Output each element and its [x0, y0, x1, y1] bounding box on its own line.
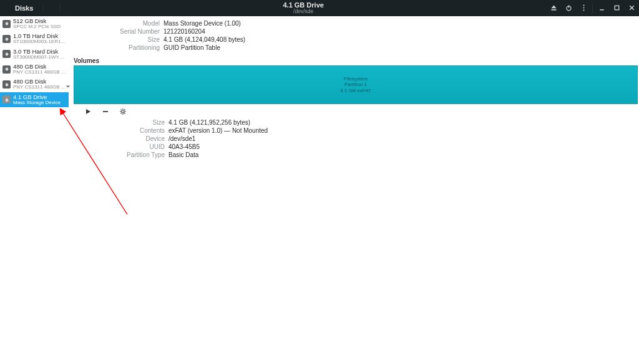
device-label: 4.1 GB Drive — [13, 94, 61, 100]
titlebar-center: 4.1 GB Drive /dev/sde — [61, 0, 546, 16]
partition-options-button[interactable] — [119, 108, 127, 117]
titlebar-left: Disks — [0, 0, 61, 16]
label-serial: Serial Number — [110, 28, 160, 35]
device-label: 512 GB Disk — [13, 18, 61, 24]
body: 512 GB DiskSPCC M.2 PCIe SSD 1.0 TB Hard… — [0, 16, 639, 364]
svg-point-14 — [5, 37, 8, 41]
device-sublabel: PNY CS1311 480GB SSD — [13, 85, 66, 90]
svg-point-13 — [5, 22, 8, 26]
label-partitioning: Partitioning — [110, 44, 160, 51]
value-part-size: 4.1 GB (4,121,952,256 bytes) — [168, 119, 638, 126]
value-model: Mass Storage Device (1.00) — [163, 20, 639, 27]
svg-rect-10 — [615, 6, 619, 10]
value-partitioning: GUID Partition Table — [163, 44, 639, 51]
svg-point-7 — [583, 7, 584, 8]
hdd-icon — [2, 50, 11, 58]
hdd-icon — [2, 65, 11, 74]
volume-line3: 4.1 GB exFAT — [340, 88, 371, 93]
device-sublabel: ST3000DM007-1WY10G — [13, 55, 66, 60]
value-part-contents: exFAT (version 1.0) — Not Mounted — [168, 127, 638, 134]
removable-drive-icon — [2, 95, 11, 103]
label-part-size: Size — [115, 119, 165, 126]
eject-button[interactable] — [546, 0, 561, 16]
device-sublabel: ST1000DM003-1ER162 — [13, 39, 66, 44]
device-label: 1.0 TB Hard Disk — [13, 33, 66, 39]
value-part-type: Basic Data — [168, 151, 638, 158]
hdd-icon — [2, 35, 11, 43]
app-title: Disks — [0, 4, 43, 12]
label-part-contents: Contents — [115, 127, 165, 134]
volumes-heading: Volumes — [69, 54, 639, 65]
separator — [592, 3, 593, 13]
label-part-device: Device — [115, 135, 165, 142]
svg-point-15 — [5, 52, 8, 55]
device-sidebar: 512 GB DiskSPCC M.2 PCIe SSD 1.0 TB Hard… — [0, 16, 69, 364]
device-label: 480 GB Disk — [13, 64, 66, 70]
value-part-device: /dev/sde1 — [168, 135, 638, 142]
volume-partition-block[interactable]: Filesystem Partition 1 4.1 GB exFAT — [74, 65, 638, 104]
mount-button[interactable] — [84, 108, 92, 117]
device-sublabel: Mass Storage Device — [13, 100, 61, 105]
window-close-button[interactable] — [624, 0, 639, 16]
volume-line2: Partition 1 — [340, 82, 371, 87]
hdd-icon — [2, 20, 11, 28]
device-sublabel: PNY CS1311 480GB SSD — [13, 70, 66, 75]
svg-rect-3 — [551, 9, 556, 10]
device-label: 3.0 TB Hard Disk — [13, 49, 66, 55]
device-label: 480 GB Disk — [13, 79, 66, 85]
svg-point-8 — [583, 9, 584, 11]
volume-partition-label: Filesystem Partition 1 4.1 GB exFAT — [340, 76, 371, 93]
device-sublabel: SPCC M.2 PCIe SSD — [13, 24, 61, 29]
volume-line1: Filesystem — [340, 76, 371, 82]
window-maximize-button[interactable] — [609, 0, 624, 16]
svg-point-17 — [5, 83, 8, 86]
partition-summary: Size 4.1 GB (4,121,952,256 bytes) Conten… — [74, 119, 638, 158]
main-panel: Model Mass Storage Device (1.00) Serial … — [69, 16, 639, 364]
device-item[interactable]: 1.0 TB Hard DiskST1000DM003-1ER162 — [0, 31, 69, 46]
window-minimize-button[interactable] — [594, 0, 609, 16]
value-size: 4.1 GB (4,124,049,408 bytes) — [163, 36, 639, 43]
device-item[interactable]: 512 GB DiskSPCC M.2 PCIe SSD — [0, 16, 69, 31]
device-item[interactable]: 480 GB DiskPNY CS1311 480GB SSD — [0, 77, 69, 92]
drive-path: /dev/sde — [293, 9, 313, 14]
device-item[interactable]: 480 GB DiskPNY CS1311 480GB SSD — [0, 62, 69, 77]
device-item-selected[interactable]: 4.1 GB DriveMass Storage Device — [0, 92, 69, 107]
power-icon — [565, 4, 573, 13]
minus-icon — [102, 108, 109, 117]
play-icon — [84, 108, 92, 117]
titlebar: Disks 4.1 GB Drive /dev/sde — [0, 0, 639, 16]
drive-menu-button[interactable] — [576, 0, 591, 16]
label-part-type: Partition Type — [115, 151, 165, 158]
volumes-area: Filesystem Partition 1 4.1 GB exFAT Size — [74, 65, 638, 158]
hdd-icon — [2, 80, 11, 89]
value-serial: 121220160204 — [163, 28, 639, 35]
device-item[interactable]: 3.0 TB Hard DiskST3000DM007-1WY10G — [0, 47, 69, 62]
svg-point-16 — [5, 68, 8, 71]
drive-summary: Model Mass Storage Device (1.00) Serial … — [69, 20, 639, 54]
label-size: Size — [110, 36, 160, 43]
maximize-icon — [613, 4, 621, 13]
label-part-uuid: UUID — [115, 143, 165, 150]
kebab-icon — [580, 4, 588, 13]
svg-rect-18 — [5, 101, 8, 102]
gear-icon — [119, 108, 127, 117]
value-part-uuid: 40A3-45B5 — [168, 143, 638, 150]
app-menu-button[interactable] — [43, 4, 61, 12]
delete-partition-button[interactable] — [101, 108, 110, 117]
titlebar-right — [546, 0, 639, 16]
power-off-button[interactable] — [561, 0, 576, 16]
volume-toolbar — [74, 104, 638, 119]
svg-point-21 — [122, 110, 124, 113]
label-model: Model — [110, 20, 160, 27]
svg-point-6 — [583, 4, 584, 6]
eject-icon — [550, 4, 558, 13]
minimize-icon — [598, 4, 606, 13]
close-icon — [628, 4, 636, 13]
